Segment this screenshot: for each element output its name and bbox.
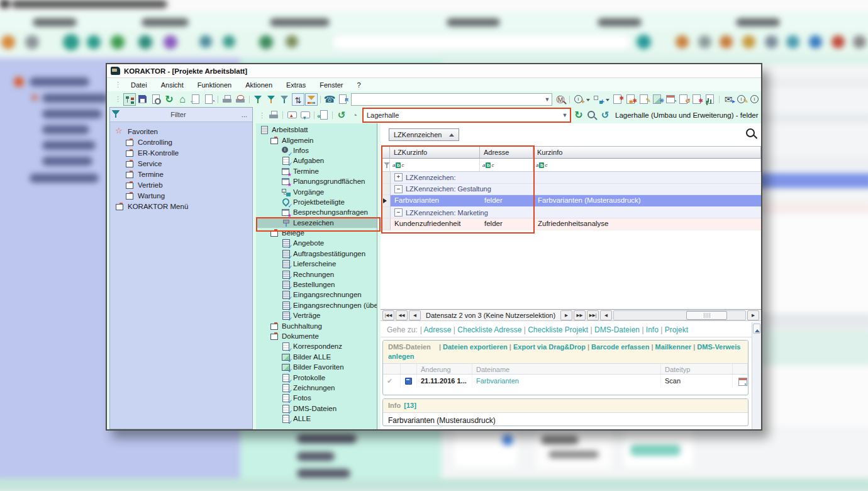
filter-panel-header[interactable]: Filter ... (110, 108, 252, 122)
hscroll-right-button[interactable]: ▶ (747, 310, 759, 320)
window-titlebar[interactable]: KORAKTOR - [Projekte Arbeitsblatt] (107, 64, 761, 78)
menu-item[interactable]: Fenster (313, 79, 350, 91)
table-row[interactable]: − LZKennzeichen: Marketing (381, 207, 761, 219)
info-cut-icon[interactable] (748, 93, 761, 106)
group-expander-icon[interactable]: + (394, 173, 403, 181)
scroll-up-button[interactable] (753, 324, 760, 334)
tree-item[interactable]: Rechnungen (256, 269, 377, 279)
tree-item[interactable]: Zeichnungen (256, 383, 377, 393)
mail-send-icon[interactable] (722, 93, 735, 106)
filter-item[interactable]: Wartung (110, 190, 252, 201)
tree-item[interactable]: Projektbeteiligte (256, 197, 377, 207)
filter-item[interactable]: Favoriten (110, 126, 252, 137)
tree-item[interactable]: Vorgänge (256, 186, 377, 196)
chevron-down-icon[interactable]: ▼ (560, 112, 570, 118)
doc-plus-edit-icon[interactable] (638, 93, 650, 106)
dms-link[interactable]: Dateien exportieren (439, 343, 508, 351)
filter-edit-icon[interactable] (265, 93, 278, 106)
column-header[interactable]: LZKurzinfo (390, 146, 480, 159)
filter-item[interactable]: KORAKTOR Menü (110, 201, 252, 212)
horizontal-scrollbar-thumb[interactable] (686, 311, 727, 320)
tree-item[interactable]: Eingangsrechnungen (256, 290, 377, 300)
group-expander-icon[interactable]: − (394, 185, 403, 193)
tree-view-icon[interactable] (123, 93, 136, 106)
dms-link[interactable]: Barcode erfassen (586, 343, 650, 351)
tree-item[interactable]: Auftragsbestätigungen (256, 249, 377, 259)
goto-link[interactable]: DMS-Dateien (588, 325, 640, 334)
text-filter-icon[interactable]: abc (536, 162, 547, 168)
goto-link[interactable]: Checkliste Adresse (452, 325, 522, 334)
doc-star-add-icon[interactable] (625, 93, 637, 106)
vertical-scrollbar[interactable] (752, 322, 761, 429)
goto-link[interactable]: Info (640, 325, 659, 334)
tree-item[interactable]: ALLE (256, 414, 377, 424)
tree-item[interactable]: Arbeitsblatt (256, 125, 377, 135)
tree-item[interactable]: Lesezeichen (256, 218, 377, 228)
tree-item[interactable]: Termine (256, 166, 377, 176)
filter-color-icon[interactable] (305, 93, 318, 106)
comment-up-icon[interactable] (286, 109, 298, 121)
goto-link[interactable]: Adresse (420, 325, 452, 334)
info-add-icon[interactable] (572, 93, 585, 106)
menu-item[interactable]: Extras (279, 79, 313, 91)
table-row[interactable]: Kundenzufriedenheit felder Zufriedenheit… (381, 218, 761, 230)
hscroll-left-button[interactable]: ◀ (600, 310, 612, 320)
doc-star-refresh-icon[interactable] (677, 93, 690, 106)
search-icon[interactable] (745, 127, 757, 140)
group-expander-icon[interactable]: − (394, 208, 403, 217)
filter-item[interactable]: Service (110, 158, 252, 169)
tree-item[interactable]: Korrespondenz (256, 341, 377, 351)
tree-item[interactable]: Allgemein (256, 135, 377, 145)
table-row[interactable]: − LZKennzeichen: Gestaltung (381, 184, 761, 196)
tree-item[interactable]: Dokumente (256, 331, 377, 341)
tree-item[interactable]: Buchhaltung (256, 320, 377, 330)
menu-item[interactable]: Aktionen (238, 79, 279, 91)
chart-icon[interactable] (704, 93, 716, 106)
tree-item[interactable]: Belege (256, 228, 377, 238)
find-document-icon[interactable] (150, 93, 162, 106)
refresh-icon[interactable] (572, 109, 585, 121)
tree-item[interactable]: Eingangsrechnungen (über Po (256, 300, 377, 310)
filter-item[interactable]: ER-Kontrolle (110, 147, 252, 158)
tree-item[interactable]: Bestellungen (256, 279, 377, 290)
tree-item[interactable]: Infos (256, 145, 377, 155)
tree-item[interactable]: Besprechungsanfragen (256, 207, 377, 217)
nav-next-button[interactable]: ▶ (560, 310, 572, 320)
group-by-button[interactable]: LZKennzeichen (389, 128, 459, 141)
nav-prev-page-button[interactable]: ◀◀ (396, 310, 408, 320)
filter-item[interactable]: Termine (110, 169, 252, 179)
goto-link[interactable]: Checkliste Projekt (521, 325, 588, 334)
filter-item[interactable]: Controlling (110, 137, 252, 147)
tree-item[interactable]: Verträge (256, 310, 377, 320)
tree-item[interactable]: Aufgaben (256, 155, 377, 166)
file-date-icon[interactable] (737, 376, 747, 386)
dms-cell-filename[interactable]: Farbvarianten (472, 375, 661, 387)
filter-item[interactable]: Vertrieb (110, 179, 252, 190)
nav-first-button[interactable]: |◀◀ (382, 310, 394, 320)
tree-item[interactable]: Bilder Favoriten (256, 362, 377, 372)
dms-file-row[interactable]: 21.11.2016 1... Farbvarianten Scan (383, 375, 748, 387)
print-icon[interactable] (267, 109, 280, 121)
sort-icon[interactable] (292, 93, 304, 106)
menu-item[interactable]: Ansicht (154, 79, 191, 91)
history-gray-icon[interactable] (348, 109, 361, 121)
image-gear-icon[interactable] (651, 93, 664, 106)
panel-menu-dots[interactable]: ... (242, 111, 247, 118)
project-combobox[interactable]: Lagerhalle ▼ (362, 108, 571, 123)
filter-plain-icon[interactable] (279, 93, 291, 106)
comment-down-icon[interactable] (299, 109, 311, 121)
goto-link[interactable]: Projekt (659, 325, 688, 334)
flow-add-icon[interactable] (592, 93, 604, 106)
doc-star-edit-icon[interactable] (611, 93, 624, 106)
calendar-clock-icon[interactable] (664, 93, 677, 106)
nav-prev-button[interactable]: ◀ (409, 310, 421, 320)
nav-last-button[interactable]: ▶▶| (587, 310, 599, 320)
tree-item[interactable]: Angebote (256, 238, 377, 248)
tree-item[interactable]: Fotos (256, 393, 377, 403)
home-icon[interactable] (176, 93, 189, 106)
tree-item[interactable]: Planungsgrundflächen (256, 176, 377, 186)
text-filter-icon[interactable]: abc (482, 162, 494, 168)
refresh-icon[interactable] (163, 93, 175, 106)
menu-item[interactable]: ? (350, 79, 368, 91)
text-filter-icon[interactable]: abc (392, 162, 404, 168)
